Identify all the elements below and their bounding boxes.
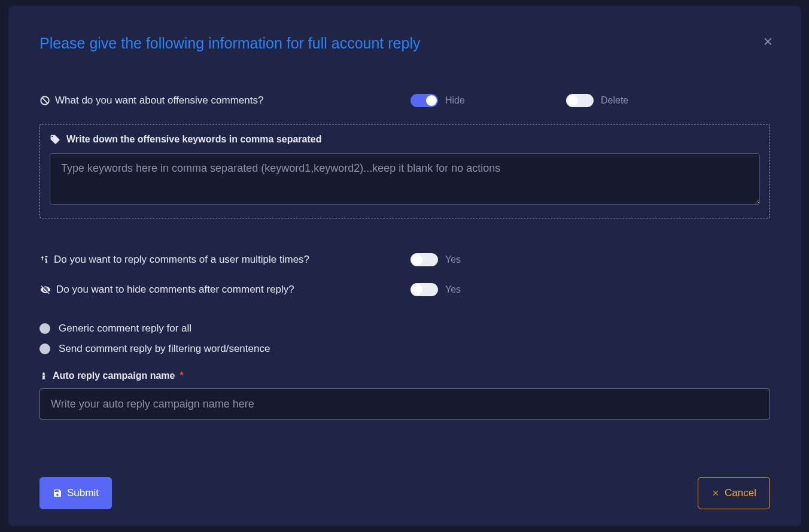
sort-icon — [39, 254, 49, 265]
svg-line-1 — [42, 98, 48, 104]
keywords-box: Write down the offensive keywords in com… — [39, 124, 770, 218]
modal-title: Please give the following information fo… — [39, 35, 770, 52]
hide-toggle[interactable] — [410, 94, 438, 107]
hide-after-text: Do you want to hide comments after comme… — [56, 284, 294, 296]
radio-filter-label: Send comment reply by filtering word/sen… — [59, 343, 270, 355]
campaign-name-input[interactable] — [39, 388, 770, 419]
keywords-label: Write down the offensive keywords in com… — [50, 134, 760, 145]
cancel-button-label: Cancel — [725, 487, 756, 499]
times-icon — [711, 489, 720, 497]
keywords-label-text: Write down the offensive keywords in com… — [66, 134, 321, 145]
ban-icon — [39, 95, 50, 106]
delete-toggle-group: Delete — [566, 94, 628, 107]
delete-toggle-label: Delete — [601, 95, 628, 106]
pawn-icon — [39, 371, 48, 381]
hide-after-toggle[interactable] — [410, 283, 438, 296]
hide-after-toggle-label: Yes — [445, 284, 461, 295]
save-icon — [53, 488, 62, 498]
modal-footer: Submit Cancel — [39, 477, 770, 509]
submit-button[interactable]: Submit — [39, 477, 112, 509]
radio-generic[interactable] — [39, 323, 50, 334]
submit-button-label: Submit — [67, 487, 99, 499]
tag-icon — [50, 134, 60, 145]
hide-after-row: Do you want to hide comments after comme… — [39, 283, 770, 296]
modal-dialog: × Please give the following information … — [8, 6, 801, 526]
hide-after-toggle-group: Yes — [410, 283, 461, 296]
offensive-question-label: What do you want about offensive comment… — [39, 95, 410, 107]
delete-toggle[interactable] — [566, 94, 594, 107]
eye-slash-icon — [39, 284, 51, 295]
cancel-button[interactable]: Cancel — [698, 477, 770, 509]
reply-multiple-row: Do you want to reply comments of a user … — [39, 253, 770, 266]
hide-toggle-label: Hide — [445, 95, 465, 106]
hide-after-label: Do you want to hide comments after comme… — [39, 284, 410, 296]
campaign-name-label: Auto reply campaign name * — [39, 370, 770, 381]
radio-filter[interactable] — [39, 343, 50, 354]
reply-multiple-toggle-group: Yes — [410, 253, 461, 266]
offensive-question-text: What do you want about offensive comment… — [55, 95, 263, 107]
required-asterisk: * — [180, 370, 184, 381]
reply-multiple-text: Do you want to reply comments of a user … — [54, 254, 309, 266]
close-icon[interactable]: × — [764, 32, 772, 51]
reply-multiple-label: Do you want to reply comments of a user … — [39, 254, 410, 266]
radio-generic-label: Generic comment reply for all — [59, 323, 191, 335]
offensive-comments-row: What do you want about offensive comment… — [39, 94, 770, 107]
radio-filter-row: Send comment reply by filtering word/sen… — [39, 343, 770, 355]
radio-generic-row: Generic comment reply for all — [39, 323, 770, 335]
hide-toggle-group: Hide — [410, 94, 566, 107]
keywords-textarea[interactable] — [50, 153, 760, 205]
reply-multiple-toggle-label: Yes — [445, 254, 461, 265]
reply-multiple-toggle[interactable] — [410, 253, 438, 266]
campaign-name-text: Auto reply campaign name — [53, 370, 175, 381]
